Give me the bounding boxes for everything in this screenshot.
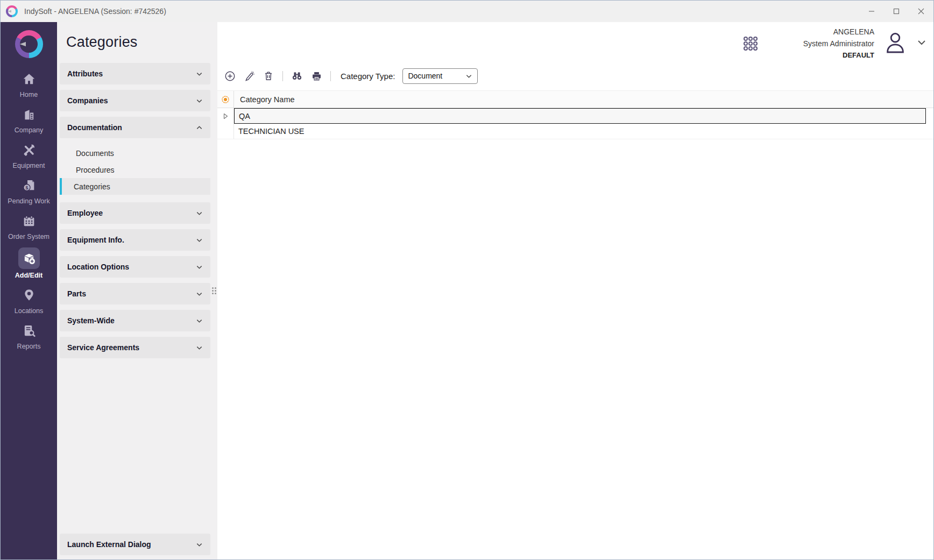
chevron-down-icon: [196, 210, 203, 217]
row-selector-cell[interactable]: [217, 108, 234, 124]
accordion-section-documentation[interactable]: Documentation: [60, 117, 210, 138]
sidebar-item-equipment[interactable]: Equipment: [1, 141, 57, 169]
table-row[interactable]: QA: [217, 108, 933, 124]
user-cluster: ANGELENA System Administrator DEFAULT: [217, 22, 933, 65]
sidebar-item-label: Reports: [17, 343, 41, 350]
category-type-label: Category Type:: [341, 72, 395, 81]
user-menu-chevron-icon[interactable]: [916, 37, 927, 50]
documentation-sub-list: Documents Procedures Categories: [60, 145, 210, 195]
main-content: ANGELENA System Administrator DEFAULT: [217, 22, 933, 559]
accordion-section-system-wide[interactable]: System-Wide: [60, 310, 210, 331]
grid-corner-cell[interactable]: [217, 91, 234, 108]
toolbar-separator: [330, 71, 331, 81]
order-system-icon: [20, 212, 38, 230]
section-label: Companies: [67, 96, 108, 105]
sidebar-item-order-system[interactable]: Order System: [1, 212, 57, 240]
avatar[interactable]: [882, 30, 908, 58]
print-button[interactable]: [310, 69, 323, 82]
chevron-down-icon: [196, 237, 203, 244]
user-role: System Administrator: [803, 38, 874, 49]
grid-header-row: Category Name: [217, 90, 933, 108]
company-icon: [20, 105, 38, 124]
chevron-down-icon: [196, 70, 203, 77]
reports-icon: [20, 322, 38, 340]
category-name-cell[interactable]: TECHNICIAN USE: [234, 124, 933, 139]
apps-waffle-icon[interactable]: [742, 36, 759, 52]
sidebar: Home Company: [1, 22, 57, 559]
section-label: Equipment Info.: [67, 236, 124, 244]
sidebar-item-label: Pending Work: [8, 197, 49, 205]
window-title: IndySoft - ANGELENA (Session: #742526): [24, 7, 166, 16]
sidebar-item-label: Equipment: [13, 162, 45, 169]
sidebar-item-label: Locations: [15, 307, 44, 315]
accordion-section-location-options[interactable]: Location Options: [60, 256, 210, 278]
category-type-value: Document: [408, 72, 442, 80]
panel-splitter[interactable]: [210, 22, 217, 559]
close-button[interactable]: [909, 1, 933, 22]
home-icon: [20, 70, 38, 88]
sub-item-procedures[interactable]: Procedures: [60, 161, 210, 178]
chevron-down-icon: [196, 317, 203, 324]
chevron-up-icon: [196, 124, 203, 131]
section-label: Parts: [67, 289, 86, 298]
sidebar-nav: Home Company: [1, 70, 57, 350]
chevron-down-icon: [196, 290, 203, 297]
category-type-dropdown[interactable]: Document: [402, 68, 478, 84]
section-label: Launch External Dialog: [67, 540, 151, 549]
sidebar-item-label: Company: [15, 126, 44, 134]
add-button[interactable]: [223, 69, 236, 82]
window-controls: [859, 1, 933, 22]
accordion-section-launch-external-dialog[interactable]: Launch External Dialog: [60, 534, 210, 555]
accordion-section-companies[interactable]: Companies: [60, 90, 210, 111]
brand-logo-icon: [15, 30, 43, 58]
modify-wand-button[interactable]: [243, 69, 256, 82]
chevron-down-icon: [196, 541, 203, 548]
page-title: Categories: [66, 34, 210, 51]
sub-item-label: Documents: [76, 149, 114, 158]
pending-work-icon: $: [20, 176, 38, 195]
minimize-button[interactable]: [859, 1, 884, 22]
section-label: Documentation: [67, 123, 122, 132]
chevron-down-icon: [196, 264, 203, 271]
find-binoculars-button[interactable]: [291, 69, 303, 82]
column-header-category-name[interactable]: Category Name: [234, 91, 295, 108]
current-row-arrow-icon: [222, 112, 229, 120]
chevron-down-icon: [196, 97, 203, 104]
categories-grid: Category Name QA TECHNICIAN USE: [217, 90, 933, 559]
sub-item-documents[interactable]: Documents: [60, 145, 210, 161]
grid-empty-area: [217, 139, 933, 559]
sidebar-item-pending-work[interactable]: $ Pending Work: [1, 176, 57, 205]
accordion-section-equipment-info[interactable]: Equipment Info.: [60, 229, 210, 251]
sub-item-label: Categories: [74, 182, 110, 191]
sidebar-item-home[interactable]: Home: [1, 70, 57, 98]
sidebar-item-reports[interactable]: Reports: [1, 322, 57, 350]
add-edit-icon: [18, 247, 40, 269]
table-row[interactable]: TECHNICIAN USE: [217, 124, 933, 139]
svg-text:$: $: [25, 185, 29, 190]
app-logo-icon: [6, 5, 18, 17]
category-name-cell[interactable]: QA: [234, 108, 926, 124]
title-bar: IndySoft - ANGELENA (Session: #742526): [1, 1, 933, 22]
sidebar-item-add-edit[interactable]: Add/Edit: [1, 247, 57, 279]
row-selector-cell[interactable]: [217, 124, 234, 139]
section-label: Location Options: [67, 263, 129, 271]
sub-item-label: Procedures: [76, 166, 115, 174]
user-profile: DEFAULT: [803, 49, 874, 61]
section-label: System-Wide: [67, 316, 115, 325]
sun-filter-icon: [221, 95, 230, 104]
accordion-section-parts[interactable]: Parts: [60, 283, 210, 304]
toolbar-separator: [282, 71, 283, 81]
chevron-down-icon: [196, 344, 203, 351]
sidebar-item-locations[interactable]: Locations: [1, 286, 57, 315]
section-label: Attributes: [67, 69, 103, 78]
delete-trash-button[interactable]: [262, 69, 275, 82]
accordion-section-employee[interactable]: Employee: [60, 202, 210, 224]
accordion-section-service-agreements[interactable]: Service Agreements: [60, 337, 210, 358]
accordion-section-attributes[interactable]: Attributes: [60, 63, 210, 84]
sidebar-item-label: Home: [20, 91, 38, 98]
equipment-icon: [20, 141, 38, 159]
sidebar-item-company[interactable]: Company: [1, 105, 57, 134]
settings-panel: Categories Attributes Companies Document…: [57, 22, 210, 559]
maximize-button[interactable]: [884, 1, 909, 22]
sub-item-categories[interactable]: Categories: [60, 178, 210, 195]
